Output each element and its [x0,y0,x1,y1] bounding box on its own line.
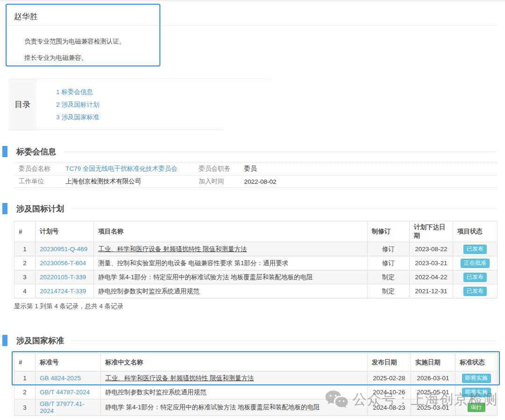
toc-links: 1 标委会信息2 涉及国标计划3 涉及国家标准 [36,79,99,130]
value-cell: 2024-10-26 [368,385,411,399]
info-field-value: 上海创京检测技术有限公司 [65,177,199,186]
section-header-standards: 涉及国家标准 [2,335,496,346]
status-badge: 已发布 [463,273,487,282]
standard-code-link[interactable]: GB/T 37977.41-2024 [40,400,85,414]
name-cell: 工业、科学和医疗设备 射频骚扰特性 限值和测量方法 [94,242,368,256]
section-divider-line [71,340,496,341]
code-cell[interactable]: 20214724-T-339 [36,284,94,298]
plan-code-link[interactable]: 20230951-Q-469 [40,246,87,253]
section-title: 涉及国标计划 [16,203,64,214]
toc-link-2[interactable]: 2 涉及国标计划 [56,101,99,109]
value-cell: 修订 [368,242,410,256]
status-cell: 正在批准 [453,256,498,270]
info-field-label: 委员会名称 [19,165,65,173]
plan-code-link[interactable]: 20220105-T-339 [40,274,86,281]
section-header-plans: 涉及国标计划 [2,203,496,214]
status-badge: 已发布 [463,245,487,254]
status-badge: 即将实施 [462,388,491,397]
table-row: 120230951-Q-469工业、科学和医疗设备 射频骚扰特性 限值和测量方法… [14,242,498,256]
info-field-value: 委员 [244,165,497,173]
name-cell: 静电控制参数实时监控系统通用规范 [94,284,368,298]
value-cell: 2024-08-23 [368,399,411,416]
standard-code-link[interactable]: GB/T 44787-2024 [40,389,90,396]
status-badge: 即将实施 [462,374,491,383]
value-cell: 2025-02-28 [368,371,411,385]
section-title: 标委会信息 [16,146,56,157]
toc-link-3[interactable]: 3 涉及国家标准 [56,113,99,122]
column-header: 计划下达日期 [410,221,453,242]
status-cell: 已发布 [453,270,498,284]
column-header: 发布日期 [368,354,411,371]
section-divider-line [63,152,496,152]
code-cell[interactable]: GB/T 44787-2024 [36,385,101,399]
section-marker-icon [2,146,7,157]
info-row: 工作单位上海创京检测技术有限公司加入时间2022-08-02 [14,175,497,188]
column-header: 计划号 [36,221,94,242]
table-row: 420214724-T-339静电控制参数实时监控系统通用规范制定2021-12… [14,284,498,298]
column-header: # [14,354,36,371]
code-cell[interactable]: GB/T 37977.41-2024 [36,399,101,416]
table-row: 1GB 4824-2025工业、科学和医疗设备 射频骚扰特性 限值和测量方法20… [14,371,498,385]
table-row: 220230056-T-604测量、控制和实验室用的电设备 电磁兼容性要求 第1… [14,256,498,270]
status-cell: 现行 [455,399,498,416]
status-cell: 已发布 [453,242,498,256]
column-header: 标准状态 [455,354,498,371]
info-field-label: 加入时间 [199,177,244,186]
name-cell: 静电学 第4-1部分：特定应用中的标准试验方法 地板覆盖层和装配地板的电阻 [101,399,368,416]
standards-table: #标准号标准中文名称发布日期实施日期标准状态 1GB 4824-2025工业、科… [14,353,498,416]
value-cell: 2025-05-01 [411,385,455,399]
value-cell: 2023-08-22 [410,242,453,256]
value-cell: 制定 [368,270,410,284]
member-detail-page: 赵华胜 负责专业范围为电磁兼容检测认证。 擅长专业为电磁兼容。 目录 1 标委会… [0,0,505,420]
value-cell: 修订 [368,256,410,270]
toc-label: 目录 [8,79,36,130]
section-header-committee-info: 标委会信息 [2,146,496,157]
section-title: 涉及国家标准 [16,335,64,346]
plans-table: #计划号项目名称制修订计划下达日期项目状态 120230951-Q-469工业、… [14,221,498,298]
code-cell[interactable]: 20230951-Q-469 [36,242,94,256]
code-cell[interactable]: GB 4824-2025 [36,371,101,385]
value-cell: 2025-03-01 [411,399,455,416]
row-index-cell: 3 [14,270,36,284]
toc-link-1[interactable]: 1 标委会信息 [56,88,99,96]
row-index-cell: 4 [14,284,36,298]
info-field-value[interactable]: TC79 全国无线电干扰标准化技术委员会 [65,165,199,173]
section-marker-icon [2,335,7,346]
status-cell: 已发布 [453,284,498,298]
column-header: 实施日期 [411,354,455,371]
value-cell: 2023-03-21 [410,256,453,270]
toc-bottom-line [8,130,224,130]
profile-highlight-box: 赵华胜 负责专业范围为电磁兼容检测认证。 擅长专业为电磁兼容。 [6,4,160,66]
name-cell: 静电学 第4-1部分：特定应用中的标准试验方法 地板覆盖层和装配地板的电阻 [94,270,368,284]
committee-name-link[interactable]: TC79 全国无线电干扰标准化技术委员会 [65,165,177,172]
row-index-cell: 1 [14,371,36,385]
row-index-cell: 1 [14,242,36,256]
member-name: 赵华胜 [14,11,38,22]
status-cell: 即将实施 [455,385,498,399]
standard-code-link[interactable]: GB 4824-2025 [40,375,81,382]
status-cell: 即将实施 [455,371,498,385]
committee-info-grid: 委员会名称TC79 全国无线电干扰标准化技术委员会委员会职务委员工作单位上海创京… [14,162,497,188]
code-cell[interactable]: 20220105-T-339 [36,270,94,284]
plan-code-link[interactable]: 20214724-T-339 [40,288,86,295]
row-index-cell: 2 [14,256,36,270]
records-summary: 显示第 1 到第 4 条记录，总共 4 条记录 [14,302,123,311]
name-cell: 测量、控制和实验室用的电设备 电磁兼容性要求 第1部分：通用要求 [94,256,368,270]
info-field-label: 委员会职务 [199,165,244,173]
name-cell: 工业、科学和医疗设备 射频骚扰特性 限值和测量方法 [101,371,368,385]
code-cell[interactable]: 20230056-T-604 [36,256,94,270]
info-row: 委员会名称TC79 全国无线电干扰标准化技术委员会委员会职务委员 [14,163,497,175]
table-row: 2GB/T 44787-2024静电控制参数实时监控系统通用规范2024-10-… [14,385,498,399]
section-divider-line [71,209,496,209]
table-row: 3GB/T 37977.41-2024静电学 第4-1部分：特定应用中的标准试验… [14,399,498,416]
top-strip [0,0,505,1]
plan-code-link[interactable]: 20230056-T-604 [40,260,86,267]
column-header: 项目名称 [94,221,368,242]
value-cell: 2026-03-01 [411,371,455,385]
value-cell: 2022-04-22 [410,270,453,284]
value-cell: 制定 [368,284,410,298]
status-badge: 现行 [468,403,485,412]
name-cell: 静电控制参数实时监控系统通用规范 [101,385,368,399]
value-cell: 2021-12-31 [410,284,453,298]
info-field-value: 2022-08-02 [244,178,497,185]
